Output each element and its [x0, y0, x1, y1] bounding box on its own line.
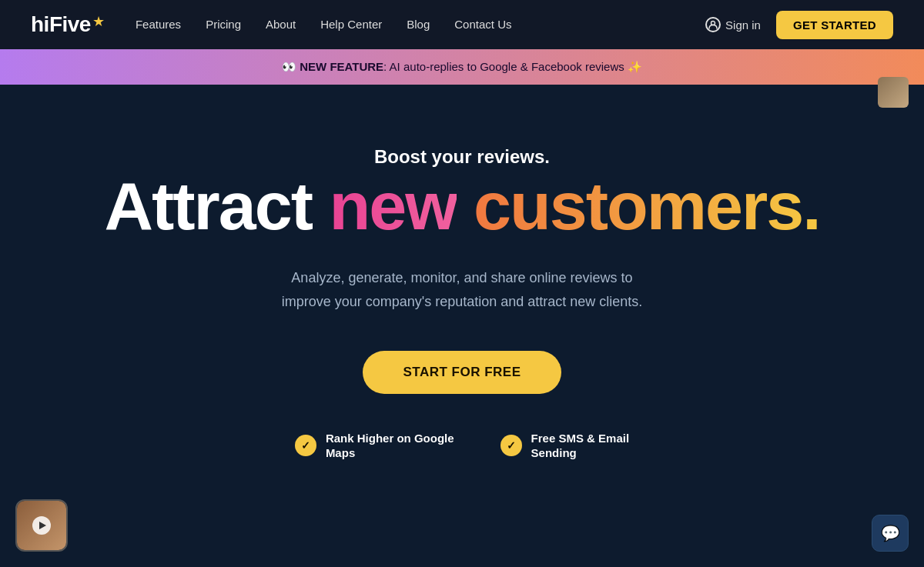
- nav-item-pricing[interactable]: Pricing: [206, 18, 241, 32]
- play-button-icon: [32, 516, 51, 535]
- check-icon-0: [295, 435, 316, 456]
- check-icon-1: [500, 435, 522, 456]
- hero-title-line1: Boost your reviews.: [31, 146, 893, 168]
- chat-button[interactable]: 💬: [872, 515, 909, 552]
- nav-item-help[interactable]: Help Center: [320, 18, 382, 32]
- hero-subtitle-line1: Analyze, generate, monitor, and share on…: [291, 270, 632, 285]
- feature-label-0: Rank Higher on GoogleMaps: [326, 431, 454, 461]
- nav-link-features[interactable]: Features: [136, 18, 181, 31]
- nav-item-blog[interactable]: Blog: [407, 18, 430, 32]
- logo-text: hiFive: [31, 12, 91, 37]
- hero-title-new: new: [329, 168, 456, 244]
- hero-title-line2: Attract new customers.: [31, 171, 893, 242]
- nav-item-contact[interactable]: Contact Us: [454, 18, 511, 32]
- nav-left: hiFive ★ Features Pricing About Help Cen…: [31, 12, 511, 37]
- banner-label: NEW FEATURE: [300, 60, 383, 73]
- feature-badge-0: Rank Higher on GoogleMaps: [295, 431, 454, 461]
- nav-link-blog[interactable]: Blog: [407, 18, 430, 31]
- nav-link-contact[interactable]: Contact Us: [454, 18, 511, 31]
- banner-text: : AI auto-replies to Google & Facebook r…: [383, 60, 642, 73]
- corner-avatar: [878, 77, 909, 108]
- logo-star-icon: ★: [92, 13, 105, 30]
- chat-icon: 💬: [881, 524, 900, 542]
- nav-links: Features Pricing About Help Center Blog …: [136, 18, 512, 32]
- video-thumbnail-inner: [17, 501, 66, 550]
- hero-title-attract: Attract: [104, 168, 329, 244]
- user-icon: [705, 17, 721, 32]
- hero-title-space: [457, 168, 474, 244]
- sign-in-label: Sign in: [725, 18, 761, 32]
- hero-section: Boost your reviews. Attract new customer…: [0, 85, 924, 507]
- cta-start-free-button[interactable]: START FOR FREE: [363, 351, 561, 394]
- hero-subtitle-line2: improve your company's reputation and at…: [282, 294, 643, 309]
- features-row: Rank Higher on GoogleMaps Free SMS & Ema…: [31, 431, 893, 461]
- sign-in-button[interactable]: Sign in: [705, 17, 761, 32]
- logo[interactable]: hiFive ★: [31, 12, 105, 37]
- feature-label-1: Free SMS & EmailSending: [531, 431, 630, 461]
- hero-subtitle: Analyze, generate, monitor, and share on…: [231, 266, 693, 313]
- hero-title-plain-1: Boost your: [374, 146, 477, 167]
- nav-link-about[interactable]: About: [266, 18, 296, 31]
- feature-badge-1: Free SMS & EmailSending: [500, 431, 630, 461]
- hero-title-reviews: reviews.: [477, 146, 550, 167]
- nav-item-features[interactable]: Features: [136, 18, 181, 32]
- get-started-button[interactable]: GET STARTED: [776, 11, 893, 39]
- video-thumbnail[interactable]: [15, 499, 68, 552]
- banner-emoji: 👀: [282, 60, 296, 73]
- navbar: hiFive ★ Features Pricing About Help Cen…: [0, 0, 924, 49]
- nav-link-help[interactable]: Help Center: [320, 18, 382, 31]
- hero-title-customers: customers.: [474, 168, 820, 244]
- nav-item-about[interactable]: About: [266, 18, 296, 32]
- nav-link-pricing[interactable]: Pricing: [206, 18, 241, 31]
- nav-right: Sign in GET STARTED: [705, 11, 893, 39]
- announcement-banner[interactable]: 👀 NEW FEATURE: AI auto-replies to Google…: [0, 49, 924, 85]
